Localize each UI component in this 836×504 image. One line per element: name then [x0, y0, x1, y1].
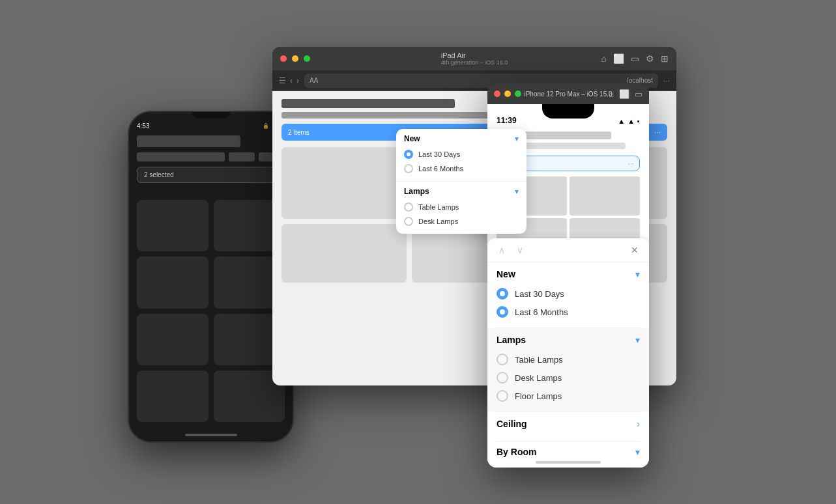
android-dropdown[interactable]: 2 selected ▾ — [137, 167, 285, 183]
traffic-light-red[interactable] — [280, 55, 287, 62]
iphone-camera-icon[interactable]: ⬜ — [619, 89, 629, 99]
iphone-panel-last30[interactable]: Last 30 Days — [497, 285, 640, 303]
iphone-panel-new-section: New ▾ Last 30 Days Last 6 Months — [487, 262, 649, 328]
share-icon[interactable]: ▭ — [631, 53, 639, 64]
iphone-panel-floor-lamps-text: Floor Lamps — [515, 391, 562, 401]
iphone-panel-table-lamps[interactable]: Table Lamps — [497, 350, 640, 369]
android-grid — [137, 200, 285, 422]
ipad-popover-new-header: New ▾ — [404, 134, 519, 143]
traffic-light-green[interactable] — [304, 55, 310, 62]
iphone-panel-lamps-header: Lamps ▾ — [497, 335, 640, 345]
ipad-toolbar-icons: ⌂ ⬜ ▭ ⚙ ⊞ — [601, 53, 669, 64]
ipad-option-desk-lamps-text: Desk Lamps — [418, 217, 458, 225]
iphone-status-right: ▲ ▲ ▪ — [618, 117, 640, 125]
iphone-radio-last6months[interactable] — [497, 306, 508, 318]
ipad-option-table-lamps[interactable]: Table Lamps — [404, 200, 519, 214]
ipad-menu-dots[interactable]: ··· — [663, 76, 670, 85]
ipad-content-title1 — [281, 99, 455, 108]
iphone-panel-ceiling-section: Ceiling › — [487, 412, 649, 441]
ipad-filter-popover: New ▾ Last 30 Days Last 6 Months Lamps ▾ — [396, 129, 526, 234]
iphone-panel-desk-lamps[interactable]: Desk Lamps — [497, 369, 640, 387]
iphone-panel-new-header: New ▾ — [497, 269, 640, 279]
iphone-panel-close-button[interactable]: ✕ — [628, 244, 641, 257]
ipad-grid-item-1[interactable] — [281, 147, 407, 219]
iphone-panel-down-button[interactable]: ∨ — [513, 244, 526, 257]
iphone-panel-floor-lamps[interactable]: Floor Lamps — [497, 387, 640, 405]
iphone-panel-last6months-text: Last 6 Months — [515, 307, 568, 317]
ipad-popover-new-section: New ▾ Last 30 Days Last 6 Months — [396, 129, 526, 181]
ipad-popover-lamps-section: Lamps ▾ Table Lamps Desk Lamps — [396, 182, 526, 234]
iphone-radio-floor-lamps[interactable] — [497, 390, 508, 402]
iphone-traffic-light-green[interactable] — [515, 91, 521, 97]
iphone-toolbar-icons: ⌂ ⬜ ▭ — [609, 89, 642, 99]
iphone-panel-last6months[interactable]: Last 6 Months — [497, 303, 640, 321]
ipad-browser-nav: ☰ ‹ › — [279, 76, 299, 85]
home-icon[interactable]: ⌂ — [601, 53, 607, 64]
iphone-traffic-light-red[interactable] — [494, 91, 500, 97]
iphone-traffic-light-yellow[interactable] — [504, 91, 511, 97]
settings-icon[interactable]: ⚙ — [646, 53, 654, 64]
iphone-panel-up-button[interactable]: ∧ — [495, 244, 508, 257]
grid-item-3[interactable] — [137, 257, 209, 308]
ipad-grid-item-4[interactable] — [281, 224, 407, 283]
android-dropdown-text: 2 selected — [144, 171, 174, 178]
iphone-panel-byroom-label: By Room — [497, 447, 536, 457]
android-search-area — [137, 152, 285, 161]
ipad-option-last6months[interactable]: Last 6 Months — [404, 161, 519, 176]
iphone-panel-ceiling-arrow-icon[interactable]: › — [637, 419, 640, 429]
iphone-panel-ceiling-header[interactable]: Ceiling › — [497, 419, 640, 429]
iphone-battery-icon: ▪ — [637, 117, 640, 125]
grid-item-1[interactable] — [137, 200, 209, 251]
android-phone: 4:53 🔒 ▼ ▲ 2 selected ▾ — [128, 111, 294, 443]
iphone-home-indicator — [536, 461, 601, 464]
iphone-filter-dots: ··· — [628, 160, 634, 167]
iphone-img-2[interactable] — [569, 176, 640, 216]
iphone-share-icon[interactable]: ▭ — [635, 89, 642, 99]
iphone-time: 11:39 — [497, 116, 517, 125]
android-search-bar[interactable] — [137, 152, 225, 161]
ipad-option-last30[interactable]: Last 30 Days — [404, 147, 519, 161]
ipad-popover-new-chevron-icon[interactable]: ▾ — [515, 134, 519, 143]
ipad-radio-last30[interactable] — [404, 150, 413, 159]
android-notch — [192, 112, 231, 119]
ipad-radio-desk-lamps[interactable] — [404, 217, 413, 226]
grid-item-5[interactable] — [137, 314, 209, 365]
iphone-panel-lamps-section: Lamps ▾ Table Lamps Desk Lamps Floor Lam… — [487, 328, 649, 412]
ipad-filter-dots: ··· — [654, 128, 661, 137]
iphone-panel-byroom-header: By Room ▾ — [497, 447, 640, 457]
iphone-panel-new-chevron-icon[interactable]: ▾ — [635, 269, 640, 279]
ipad-radio-table-lamps[interactable] — [404, 203, 413, 212]
ipad-option-desk-lamps[interactable]: Desk Lamps — [404, 214, 519, 229]
iphone-radio-table-lamps[interactable] — [497, 354, 508, 365]
iphone-panel-byroom-section: By Room ▾ — [487, 441, 649, 468]
iphone-panel-nav: ∧ ∨ — [495, 244, 526, 257]
iphone-filter-panel: ∧ ∨ ✕ New ▾ Last 30 Days Last 6 Months — [487, 238, 649, 468]
ipad-popover-new-label: New — [404, 134, 420, 143]
ipad-popover-lamps-header: Lamps ▾ — [404, 187, 519, 196]
android-header: 2 selected ▾ — [137, 135, 285, 188]
grid-icon[interactable]: ⊞ — [661, 53, 669, 64]
ipad-popover-lamps-label: Lamps — [404, 187, 429, 196]
forward-icon[interactable]: › — [296, 76, 299, 85]
sidebar-toggle-icon[interactable]: ☰ — [279, 76, 286, 85]
ipad-content-title2 — [281, 112, 513, 119]
iphone-radio-desk-lamps[interactable] — [497, 372, 508, 384]
android-search-bar2[interactable] — [229, 152, 255, 161]
traffic-light-yellow[interactable] — [292, 55, 298, 62]
iphone-panel-ceiling-label: Ceiling — [497, 419, 527, 429]
ipad-radio-last6months[interactable] — [404, 164, 413, 173]
iphone-panel-lamps-chevron-icon[interactable]: ▾ — [635, 335, 640, 345]
iphone-panel-byroom-chevron-icon[interactable]: ▾ — [635, 447, 640, 457]
grid-item-7[interactable] — [137, 371, 209, 422]
ipad-filter-text: 2 Items — [288, 129, 310, 136]
iphone-panel-new-label: New — [497, 269, 515, 279]
iphone-wifi-icon: ▲ — [618, 117, 625, 125]
ipad-titlebar: iPad Air 4th generation – iOS 16.0 ⌂ ⬜ ▭… — [272, 47, 676, 70]
iphone-window-title: iPhone 12 Pro Max – iOS 15.0 — [524, 91, 612, 98]
back-icon[interactable]: ‹ — [290, 76, 293, 85]
iphone-panel-header: ∧ ∨ ✕ — [487, 238, 649, 262]
ipad-popover-lamps-chevron-icon[interactable]: ▾ — [515, 187, 519, 196]
camera-icon[interactable]: ⬜ — [613, 53, 624, 64]
iphone-radio-last30[interactable] — [497, 288, 508, 300]
iphone-signal-icon: ▲ — [627, 117, 635, 125]
